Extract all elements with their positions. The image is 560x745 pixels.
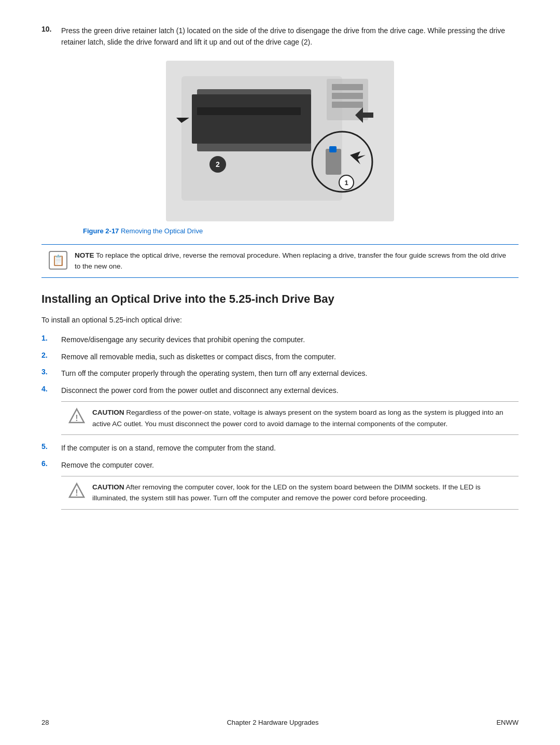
section-intro: To install an optional 5.25-inch optical… bbox=[41, 314, 519, 326]
step-2-text: Remove all removable media, such as disk… bbox=[61, 351, 519, 362]
step-5-num: 5. bbox=[41, 442, 61, 451]
list-item: 5. If the computer is on a stand, remove… bbox=[41, 442, 519, 454]
step-10-container: 10. Press the green drive retainer latch… bbox=[41, 25, 519, 48]
caution-box-2: ! CAUTION After removing the computer co… bbox=[61, 476, 519, 510]
step-3-text: Turn off the computer properly through t… bbox=[61, 368, 519, 379]
steps-list-2: 5. If the computer is on a stand, remove… bbox=[41, 442, 519, 471]
list-item: 2. Remove all removable media, such as d… bbox=[41, 351, 519, 362]
svg-text:1: 1 bbox=[344, 179, 348, 187]
svg-text:!: ! bbox=[75, 414, 78, 423]
svg-rect-4 bbox=[197, 107, 301, 115]
page-footer: 28 Chapter 2 Hardware Upgrades ENWW bbox=[41, 719, 519, 726]
step-5-text: If the computer is on a stand, remove th… bbox=[61, 442, 519, 454]
svg-rect-9 bbox=[326, 149, 341, 175]
list-item: 4. Disconnect the power cord from the po… bbox=[41, 385, 519, 396]
figure-container: 2 1 Figure 2-17 Removing the Optical Dri… bbox=[41, 61, 519, 235]
step-6-text: Remove the computer cover. bbox=[61, 459, 519, 471]
figure-image: 2 1 bbox=[166, 61, 394, 221]
list-item: 3. Turn off the computer properly throug… bbox=[41, 368, 519, 379]
footer-page: 28 bbox=[41, 719, 49, 726]
footer-right: ENWW bbox=[496, 719, 519, 726]
note-text: NOTE To replace the optical drive, rever… bbox=[75, 250, 511, 272]
step-4-text: Disconnect the power cord from the power… bbox=[61, 385, 519, 396]
list-item: 1. Remove/disengage any security devices… bbox=[41, 334, 519, 345]
footer-chapter: Chapter 2 Hardware Upgrades bbox=[227, 719, 318, 726]
svg-text:!: ! bbox=[75, 488, 78, 497]
step-10-text: Press the green drive retainer latch (1)… bbox=[61, 25, 519, 48]
section-title: Installing an Optical Drive into the 5.2… bbox=[41, 292, 519, 306]
note-icon bbox=[49, 251, 67, 270]
caution-1-body: Regardless of the power-on state, voltag… bbox=[92, 409, 503, 428]
list-item: 6. Remove the computer cover. bbox=[41, 459, 519, 471]
step-3-num: 3. bbox=[41, 368, 61, 376]
step-10-number: 10. bbox=[41, 25, 61, 48]
svg-rect-17 bbox=[332, 102, 363, 108]
figure-caption-text: Removing the Optical Drive bbox=[119, 227, 203, 235]
step-1-text: Remove/disengage any security devices th… bbox=[61, 334, 519, 345]
steps-list: 1. Remove/disengage any security devices… bbox=[41, 334, 519, 396]
note-box: NOTE To replace the optical drive, rever… bbox=[41, 244, 519, 278]
step-1-num: 1. bbox=[41, 334, 61, 342]
figure-caption-label: Figure 2-17 bbox=[83, 227, 119, 235]
note-body: To replace the optical drive, reverse th… bbox=[75, 251, 506, 271]
caution-2-body: After removing the computer cover, look … bbox=[92, 483, 481, 502]
caution-2-text: CAUTION After removing the computer cove… bbox=[92, 482, 511, 504]
caution-icon-2: ! bbox=[68, 482, 85, 499]
svg-text:2: 2 bbox=[216, 160, 220, 168]
svg-rect-3 bbox=[192, 94, 311, 144]
step-2-num: 2. bbox=[41, 351, 61, 359]
caution-box-1: ! CAUTION Regardless of the power-on sta… bbox=[61, 401, 519, 435]
svg-rect-16 bbox=[332, 93, 363, 99]
caution-triangle-icon-2: ! bbox=[68, 482, 85, 499]
caution-2-label: CAUTION bbox=[92, 483, 124, 491]
svg-rect-10 bbox=[329, 146, 337, 152]
caution-triangle-icon-1: ! bbox=[68, 407, 85, 424]
step-6-num: 6. bbox=[41, 459, 61, 468]
svg-rect-15 bbox=[332, 84, 363, 90]
caution-icon-1: ! bbox=[68, 407, 85, 424]
figure-caption: Figure 2-17 Removing the Optical Drive bbox=[83, 227, 519, 235]
step-4-num: 4. bbox=[41, 385, 61, 393]
caution-1-label: CAUTION bbox=[92, 409, 124, 416]
caution-1-text: CAUTION Regardless of the power-on state… bbox=[92, 407, 511, 429]
note-label: NOTE bbox=[75, 251, 94, 259]
